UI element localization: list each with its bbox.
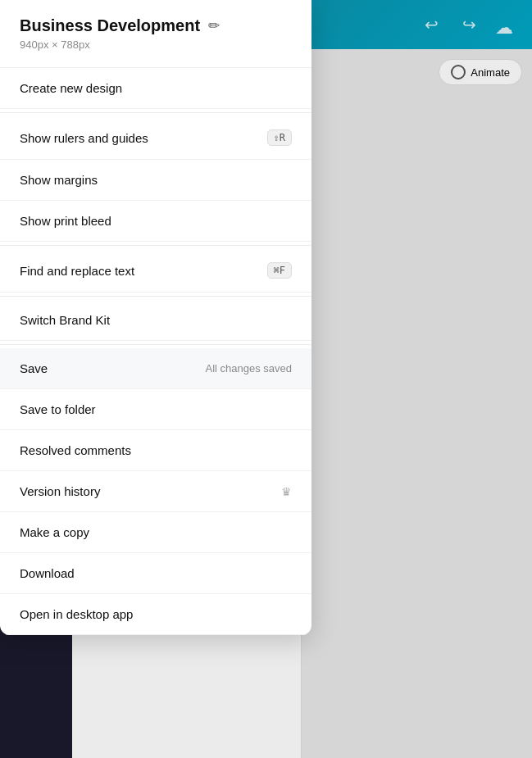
item-label: Version history [20,484,281,498]
separator-4 [0,245,311,246]
dropdown-header: Business Development ✏ 940px × 788px [0,0,311,68]
dropdown-menu: Business Development ✏ 940px × 788px Cre… [0,0,311,635]
item-label: Download [20,566,292,580]
crown-badge: ♛ [281,485,292,498]
dropdown-item-save-to-folder[interactable]: Save to folder [0,389,311,430]
item-label: Switch Brand Kit [20,313,292,327]
item-label: Show rulers and guides [20,131,267,145]
dropdown-item-show-rulers[interactable]: Show rulers and guides ⇧R [0,116,311,160]
dropdown-item-create-new-design[interactable]: Create new design [0,68,311,109]
dropdown-item-version-history[interactable]: Version history ♛ [0,471,311,512]
item-label: Show margins [20,173,292,187]
item-label: Save to folder [20,402,292,416]
separator-5 [0,296,311,297]
dropdown-item-make-copy[interactable]: Make a copy [0,512,311,553]
item-badge: ⇧R [267,129,292,146]
item-label: Create new design [20,81,292,95]
dropdown-item-open-desktop[interactable]: Open in desktop app [0,594,311,635]
dropdown-items: Create new design Show rulers and guides… [0,68,311,635]
save-label: Save [20,361,197,375]
item-label: Find and replace text [20,264,267,278]
dropdown-item-find-replace[interactable]: Find and replace text ⌘F [0,249,311,293]
dropdown-title: Business Development [20,16,200,35]
separator-1 [0,112,311,113]
edit-title-icon[interactable]: ✏ [208,17,220,34]
separator-6 [0,344,311,345]
item-badge: ⌘F [267,262,292,279]
item-label: Make a copy [20,525,292,539]
dropdown-item-switch-brand[interactable]: Switch Brand Kit [0,300,311,341]
item-label: Open in desktop app [20,607,292,621]
dropdown-item-save[interactable]: Save All changes saved [0,348,311,389]
item-badge: ♛ [281,485,292,498]
shortcut-badge: ⇧R [267,129,292,146]
item-label: Resolved comments [20,443,292,457]
shortcut-badge: ⌘F [267,262,292,279]
dropdown-dimensions: 940px × 788px [20,39,292,61]
dropdown-item-download[interactable]: Download [0,553,311,594]
dropdown-item-resolved-comments[interactable]: Resolved comments [0,430,311,471]
item-label: Show print bleed [20,214,292,228]
dropdown-item-show-margins[interactable]: Show margins [0,160,311,201]
save-status: All changes saved [205,362,292,374]
dropdown-item-show-print-bleed[interactable]: Show print bleed [0,201,311,242]
